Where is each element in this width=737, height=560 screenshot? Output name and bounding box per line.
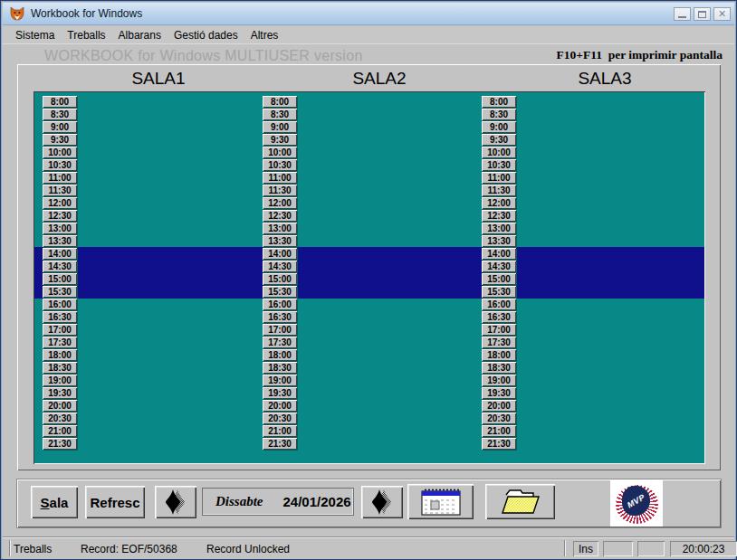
time-slot-button[interactable]: 14:30 bbox=[482, 261, 516, 272]
refresc-button[interactable]: Refresc bbox=[85, 486, 145, 518]
time-column-sala2: 8:008:309:009:3010:0010:3011:0011:3012:0… bbox=[263, 96, 297, 451]
time-slot-button[interactable]: 11:00 bbox=[482, 172, 516, 184]
time-slot-button[interactable]: 12:00 bbox=[482, 197, 516, 209]
time-slot-button[interactable]: 8:00 bbox=[482, 96, 516, 108]
time-slot-button[interactable]: 21:30 bbox=[482, 438, 516, 450]
time-slot-button[interactable]: 16:00 bbox=[43, 299, 77, 310]
time-slot-button[interactable]: 17:00 bbox=[263, 324, 297, 336]
time-slot-button[interactable]: 8:30 bbox=[482, 109, 516, 120]
time-slot-button[interactable]: 20:00 bbox=[263, 400, 297, 412]
time-slot-button[interactable]: 13:00 bbox=[43, 223, 77, 234]
time-slot-button[interactable]: 15:30 bbox=[43, 286, 77, 298]
time-slot-button[interactable]: 19:00 bbox=[263, 375, 297, 386]
time-slot-button[interactable]: 19:30 bbox=[482, 387, 516, 399]
time-slot-button[interactable]: 21:00 bbox=[263, 425, 297, 437]
time-slot-button[interactable]: 9:00 bbox=[263, 121, 297, 133]
time-slot-button[interactable]: 20:00 bbox=[43, 400, 77, 412]
time-slot-button[interactable]: 20:30 bbox=[263, 413, 297, 424]
time-slot-button[interactable]: 13:30 bbox=[482, 235, 516, 247]
time-slot-button[interactable]: 10:00 bbox=[482, 147, 516, 158]
time-slot-button[interactable]: 20:30 bbox=[482, 413, 516, 424]
time-slot-button[interactable]: 8:00 bbox=[263, 96, 297, 108]
time-slot-button[interactable]: 11:30 bbox=[263, 185, 297, 196]
time-slot-button[interactable]: 21:00 bbox=[482, 425, 516, 437]
time-slot-button[interactable]: 9:30 bbox=[482, 134, 516, 146]
time-slot-button[interactable]: 17:00 bbox=[43, 324, 77, 336]
time-slot-button[interactable]: 9:00 bbox=[43, 121, 77, 133]
time-slot-button[interactable]: 9:30 bbox=[263, 134, 297, 146]
time-slot-button[interactable]: 11:00 bbox=[263, 172, 297, 184]
window-title: Workbook for Windows bbox=[31, 7, 142, 20]
time-slot-button[interactable]: 10:30 bbox=[482, 159, 516, 171]
time-slot-button[interactable]: 13:30 bbox=[263, 235, 297, 247]
time-slot-button[interactable]: 12:00 bbox=[263, 197, 297, 209]
menu-item[interactable]: Sistema bbox=[3, 29, 61, 42]
time-slot-button[interactable]: 12:30 bbox=[482, 210, 516, 222]
time-slot-button[interactable]: 16:30 bbox=[263, 311, 297, 323]
time-slot-button[interactable]: 18:00 bbox=[482, 349, 516, 361]
time-slot-button[interactable]: 13:00 bbox=[482, 223, 516, 234]
time-slot-button[interactable]: 17:30 bbox=[482, 337, 516, 348]
time-slot-button[interactable]: 8:30 bbox=[43, 109, 77, 120]
time-slot-button[interactable]: 16:30 bbox=[43, 311, 77, 323]
time-slot-button[interactable]: 12:30 bbox=[263, 210, 297, 222]
previous-day-button[interactable] bbox=[155, 486, 196, 518]
time-slot-button[interactable]: 17:30 bbox=[43, 337, 77, 348]
menu-item[interactable]: Gestió dades bbox=[168, 29, 244, 42]
time-slot-button[interactable]: 13:00 bbox=[263, 223, 297, 234]
time-slot-button[interactable]: 8:30 bbox=[263, 109, 297, 120]
time-slot-button[interactable]: 19:30 bbox=[263, 387, 297, 399]
time-slot-button[interactable]: 18:00 bbox=[263, 349, 297, 361]
time-slot-button[interactable]: 15:30 bbox=[482, 286, 516, 298]
time-slot-button[interactable]: 9:00 bbox=[482, 121, 516, 133]
time-slot-button[interactable]: 14:30 bbox=[43, 261, 77, 272]
time-slot-button[interactable]: 15:00 bbox=[263, 273, 297, 285]
time-slot-button[interactable]: 21:30 bbox=[43, 438, 77, 450]
time-slot-button[interactable]: 14:00 bbox=[482, 248, 516, 260]
time-slot-button[interactable]: 15:00 bbox=[482, 273, 516, 285]
time-slot-button[interactable]: 17:00 bbox=[482, 324, 516, 336]
time-slot-button[interactable]: 14:00 bbox=[43, 248, 77, 260]
time-slot-button[interactable]: 10:00 bbox=[43, 147, 77, 158]
time-slot-button[interactable]: 18:30 bbox=[43, 362, 77, 374]
time-slot-button[interactable]: 20:00 bbox=[482, 400, 516, 412]
time-slot-button[interactable]: 10:30 bbox=[43, 159, 77, 171]
time-slot-button[interactable]: 19:00 bbox=[43, 375, 77, 386]
time-slot-button[interactable]: 14:30 bbox=[263, 261, 297, 272]
time-slot-button[interactable]: 10:30 bbox=[263, 159, 297, 171]
time-slot-button[interactable]: 14:00 bbox=[263, 248, 297, 260]
time-slot-button[interactable]: 20:30 bbox=[43, 413, 77, 424]
time-slot-button[interactable]: 11:30 bbox=[482, 185, 516, 196]
menu-item[interactable]: Albarans bbox=[112, 29, 168, 42]
menu-item[interactable]: Altres bbox=[244, 29, 285, 42]
time-slot-button[interactable]: 11:30 bbox=[43, 185, 77, 196]
time-slot-button[interactable]: 19:00 bbox=[482, 375, 516, 386]
time-slot-button[interactable]: 13:30 bbox=[43, 235, 77, 247]
time-slot-button[interactable]: 15:00 bbox=[43, 273, 77, 285]
time-slot-button[interactable]: 11:00 bbox=[43, 172, 77, 184]
time-slot-button[interactable]: 21:00 bbox=[43, 425, 77, 437]
next-day-button[interactable] bbox=[361, 486, 403, 518]
time-slot-button[interactable]: 18:30 bbox=[482, 362, 516, 374]
menu-item[interactable]: Treballs bbox=[61, 29, 111, 42]
time-slot-button[interactable]: 15:30 bbox=[263, 286, 297, 298]
open-folder-button[interactable] bbox=[485, 484, 555, 519]
time-slot-button[interactable]: 17:30 bbox=[263, 337, 297, 348]
maximize-button[interactable] bbox=[694, 7, 711, 21]
time-slot-button[interactable]: 16:30 bbox=[482, 311, 516, 323]
time-slot-button[interactable]: 9:30 bbox=[43, 134, 77, 146]
time-slot-button[interactable]: 12:30 bbox=[43, 210, 77, 222]
minimize-button[interactable] bbox=[674, 7, 691, 21]
time-slot-button[interactable]: 16:00 bbox=[482, 299, 516, 310]
time-slot-button[interactable]: 18:00 bbox=[43, 349, 77, 361]
time-slot-button[interactable]: 19:30 bbox=[43, 387, 77, 399]
time-slot-button[interactable]: 18:30 bbox=[263, 362, 297, 374]
time-slot-button[interactable]: 12:00 bbox=[43, 197, 77, 209]
close-button[interactable]: × bbox=[713, 7, 731, 21]
time-slot-button[interactable]: 10:00 bbox=[263, 147, 297, 158]
calendar-button[interactable] bbox=[407, 484, 474, 519]
time-slot-button[interactable]: 16:00 bbox=[263, 299, 297, 310]
time-slot-button[interactable]: 21:30 bbox=[263, 438, 297, 450]
sala-button[interactable]: Sala bbox=[31, 486, 78, 518]
time-slot-button[interactable]: 8:00 bbox=[43, 96, 77, 108]
